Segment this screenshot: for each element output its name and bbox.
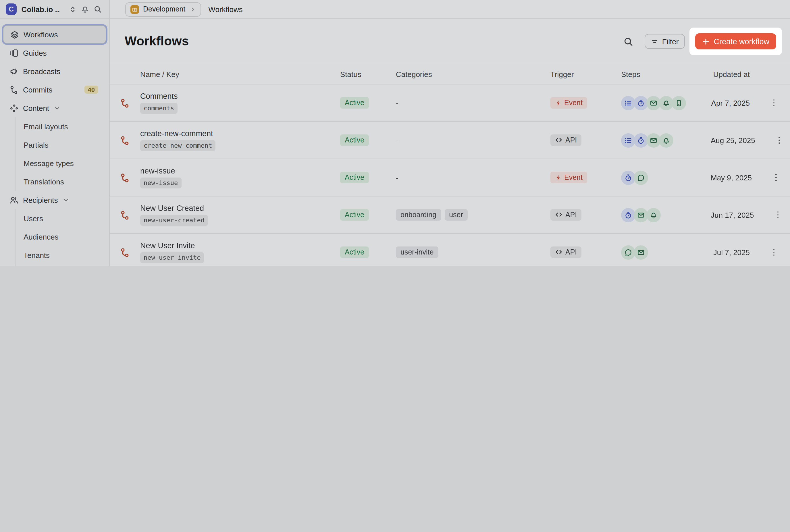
sidebar-item-translations[interactable]: Translations: [16, 172, 106, 191]
trigger-badge-api: API: [551, 134, 581, 146]
sidebar-subsection: Email layoutsPartialsMessage typesTransl…: [16, 117, 106, 191]
sidebar-item-commits[interactable]: Commits40: [3, 80, 106, 99]
workflow-name[interactable]: create-new-comment: [140, 129, 213, 138]
sidebar-subsection: UsersAudiencesTenantsObjects: [16, 209, 106, 266]
org-name[interactable]: Collab.io ...: [22, 5, 60, 14]
breadcrumb-current-page: Workflows: [208, 5, 243, 14]
sidebar-item-users[interactable]: Users: [16, 209, 106, 228]
filter-button[interactable]: Filter: [645, 34, 685, 49]
status-badge: Active: [340, 134, 369, 146]
table-row[interactable]: New User Creatednew-user-createdActiveon…: [110, 196, 790, 234]
sidebar-item-objects[interactable]: Objects: [16, 264, 106, 266]
sidebar-item-tenants[interactable]: Tenants: [16, 246, 106, 264]
status-badge: Active: [340, 209, 369, 221]
workflow-name[interactable]: New User Created: [140, 204, 204, 213]
bolt-icon: [555, 174, 561, 181]
trigger-badge-event: Event: [551, 97, 587, 109]
filter-label: Filter: [662, 37, 679, 46]
updated-at: Aug 25, 2025: [711, 136, 763, 145]
diamonds-icon: [10, 104, 18, 112]
column-header-name-key[interactable]: Name / Key: [140, 70, 340, 78]
row-menu-kebab-icon[interactable]: [767, 245, 781, 259]
environment-switcher[interactable]: Development: [125, 2, 201, 16]
updated-at: Apr 7, 2025: [711, 98, 758, 107]
code-icon: [555, 211, 562, 218]
categories-empty: -: [396, 99, 399, 108]
sidebar: C Collab.io ... WorkflowsGuidesBroadcast…: [0, 0, 110, 266]
column-header-status[interactable]: Status: [340, 70, 396, 78]
bolt-icon: [555, 100, 561, 106]
code-icon: [555, 248, 562, 256]
sidebar-item-partials[interactable]: Partials: [16, 136, 106, 154]
step-email-icon: [634, 208, 648, 222]
trigger-badge-event: Event: [551, 172, 587, 183]
table-search-icon[interactable]: [621, 34, 636, 49]
app-window: C Collab.io ... WorkflowsGuidesBroadcast…: [0, 0, 790, 266]
breadcrumb: Development Workflows: [110, 0, 790, 19]
code-icon: [555, 136, 562, 144]
sidebar-item-workflows[interactable]: Workflows: [3, 25, 106, 44]
selector-updown-icon[interactable]: [69, 5, 76, 13]
layers-icon: [10, 30, 19, 39]
plus-icon: [702, 38, 710, 45]
sidebar-item-message-types[interactable]: Message types: [16, 154, 106, 172]
chevron-down-icon: [54, 105, 60, 111]
chevron-right-icon: [189, 6, 196, 12]
column-header-categories[interactable]: Categories: [396, 70, 551, 78]
sidebar-item-badge: 40: [84, 86, 98, 94]
category-pill: user: [444, 209, 468, 221]
table-row[interactable]: New User Invitenew-user-inviteActiveuser…: [110, 234, 790, 266]
table-body: CommentscommentsActive-EventApr 7, 2025c…: [110, 84, 790, 266]
step-in-app-icon: [647, 208, 661, 222]
row-menu-kebab-icon[interactable]: [769, 171, 783, 185]
column-header-steps[interactable]: Steps: [621, 70, 711, 78]
sidebar-item-email-layouts[interactable]: Email layouts: [16, 117, 106, 136]
search-icon[interactable]: [94, 5, 102, 13]
workflow-node-icon: [120, 135, 130, 145]
create-workflow-button[interactable]: Create workflow: [695, 33, 776, 50]
main-area: Development Workflows Workflows Filter: [110, 0, 790, 266]
column-header-updated-at[interactable]: Updated at: [711, 70, 758, 78]
sidebar-item-label: Recipients: [23, 196, 58, 204]
workflow-node-icon: [120, 98, 130, 108]
users-icon: [10, 196, 18, 204]
filter-lines-icon: [651, 38, 659, 45]
table-row[interactable]: CommentscommentsActive-EventApr 7, 2025: [110, 84, 790, 122]
table-row[interactable]: new-issuenew-issueActive-EventMay 9, 202…: [110, 159, 790, 196]
step-chat-icon: [634, 170, 648, 185]
table-row[interactable]: create-new-commentcreate-new-commentActi…: [110, 122, 790, 159]
updated-at: May 9, 2025: [711, 173, 760, 182]
step-push-icon: [672, 96, 686, 110]
workflow-key: create-new-comment: [140, 140, 215, 151]
step-email-icon: [647, 96, 661, 110]
sidebar-item-broadcasts[interactable]: Broadcasts: [3, 62, 106, 80]
step-in-app-icon: [659, 96, 673, 110]
sidebar-item-recipients[interactable]: Recipients: [3, 191, 106, 209]
workflow-name[interactable]: new-issue: [140, 167, 175, 175]
sidebar-item-audiences[interactable]: Audiences: [16, 228, 106, 246]
row-menu-kebab-icon[interactable]: [772, 133, 786, 147]
bell-icon[interactable]: [81, 5, 89, 13]
workflow-node-icon: [120, 173, 130, 183]
sidebar-item-content[interactable]: Content: [3, 99, 106, 117]
row-menu-kebab-icon[interactable]: [767, 96, 781, 110]
row-menu-kebab-icon[interactable]: [771, 208, 785, 222]
step-batch-icon: [621, 96, 635, 110]
workflow-key: new-user-invite: [140, 252, 204, 263]
workflow-name[interactable]: New User Invite: [140, 241, 195, 250]
sidebar-nav: WorkflowsGuidesBroadcastsCommits40Conten…: [0, 19, 109, 266]
environment-folder-icon: [130, 5, 139, 14]
workflow-key: new-issue: [140, 177, 181, 189]
status-badge: Active: [340, 172, 369, 183]
column-header-trigger[interactable]: Trigger: [551, 70, 621, 78]
page-header: Workflows Filter Create work: [110, 19, 790, 64]
workflow-name[interactable]: Comments: [140, 92, 178, 100]
sidebar-item-label: Broadcasts: [23, 67, 60, 76]
step-chat-icon: [621, 245, 635, 260]
workflow-key: new-user-created: [140, 215, 208, 226]
page-title: Workflows: [125, 34, 189, 49]
org-logo: C: [6, 3, 17, 15]
sidebar-item-guides[interactable]: Guides: [3, 44, 106, 62]
categories-empty: -: [396, 136, 399, 145]
step-delay-icon: [621, 170, 635, 185]
